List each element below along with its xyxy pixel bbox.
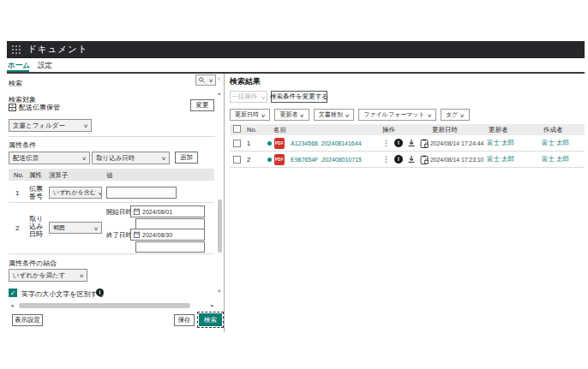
cond-row-attr: 伝票番号	[29, 185, 43, 200]
scope-dropdown[interactable]: 文書とフォルダー ∨	[9, 119, 92, 132]
calendar-icon	[134, 208, 140, 215]
clipboard-lock-icon[interactable]	[420, 155, 429, 164]
attribute-category-dropdown[interactable]: 配送伝票 ∨	[9, 152, 90, 164]
row-checkbox[interactable]	[233, 140, 241, 147]
row-actions: ⋮ i	[381, 139, 430, 148]
tab-home-active-underline	[7, 70, 29, 72]
scroll-right-icon[interactable]: ►	[210, 303, 215, 309]
operator-dropdown[interactable]: いずれかを含む ∨	[49, 187, 102, 199]
search-section-label: 検索	[9, 79, 22, 88]
vertical-scrollbar-thumb[interactable]	[218, 199, 222, 253]
filter-chip-fileformat[interactable]: ファイルフォーマット∨	[358, 109, 436, 121]
col-no: No.	[14, 171, 24, 179]
end-date-input[interactable]: 2024/08/30	[130, 229, 205, 241]
modify-search-button[interactable]: 検索条件を変更する	[271, 91, 327, 103]
col-name: 名前	[266, 126, 381, 134]
scroll-left-icon[interactable]: ◄	[9, 303, 15, 309]
download-icon[interactable]	[407, 139, 416, 147]
operator-dropdown[interactable]: 範囲 ∨	[49, 222, 102, 234]
calendar-icon	[134, 231, 140, 238]
chevron-down-icon: ∨	[427, 112, 432, 118]
change-target-button[interactable]: 変更	[190, 99, 214, 111]
display-settings-button[interactable]: 表示設定	[12, 314, 43, 326]
filter-chip-updater[interactable]: 更新者∨	[274, 109, 309, 121]
updater-link[interactable]: 富士 太郎	[487, 139, 542, 147]
creator-link[interactable]: 富士 太郎	[542, 139, 585, 147]
filter-chip-updated[interactable]: 更新日時∨	[230, 109, 270, 121]
row-no: 1	[243, 140, 266, 147]
bulk-actions-button: 一括操作∨	[230, 91, 267, 103]
col-updated: 更新日時	[430, 126, 487, 134]
download-icon[interactable]	[407, 155, 416, 164]
join-conditions-dropdown[interactable]: いずれかを満たす ∨	[9, 269, 87, 282]
updater-link[interactable]: 富士 太郎	[487, 155, 542, 164]
col-updater: 更新者	[487, 126, 542, 134]
scroll-down-icon[interactable]: ▼	[217, 289, 221, 295]
quick-search-box[interactable]: ∨	[195, 74, 216, 86]
filter-chip-doctype[interactable]: 文書種別∨	[314, 109, 354, 121]
row-checkbox[interactable]	[233, 156, 241, 164]
app-window: ドキュメント ホーム 設定 検索 ∨ ‹ 検索対象 配送伝票保管 変更 文書とフ…	[7, 41, 585, 332]
chevron-down-icon: ∨	[345, 112, 350, 118]
info-icon[interactable]: i	[96, 289, 104, 296]
chevron-down-icon: ∨	[161, 155, 166, 161]
chevron-down-icon: ∨	[83, 122, 88, 128]
filter-chip-tag[interactable]: タグ∨	[441, 109, 470, 121]
document-link[interactable]: A1234568_202408141644	[288, 140, 381, 146]
col-ops: 操作	[381, 126, 430, 134]
start-date-input[interactable]: 2024/08/01	[130, 205, 205, 217]
chevron-down-icon: ∨	[460, 112, 465, 118]
result-row: 2 PDF E987654F_202408010715 ⋮ i 2024/08/…	[230, 152, 585, 168]
case-sensitive-label: 英字の大小文字を区別する	[21, 289, 105, 299]
select-all-checkbox[interactable]	[233, 125, 241, 133]
col-no: No.	[243, 126, 266, 134]
clipboard-lock-icon[interactable]	[420, 139, 429, 148]
info-icon[interactable]: i	[394, 155, 403, 164]
col-attr: 属性	[29, 171, 42, 180]
app-title: ドキュメント	[27, 44, 87, 56]
chevron-down-icon: ∨	[98, 190, 102, 196]
chevron-down-icon: ∨	[208, 77, 213, 83]
section-divider	[9, 136, 215, 137]
status-dot	[267, 141, 272, 146]
results-table-header: No. 名前 操作 更新日時 更新者 作成者	[230, 124, 585, 135]
add-condition-button[interactable]: 追加	[175, 152, 198, 164]
status-dot	[267, 158, 272, 162]
kebab-menu-icon[interactable]: ⋮	[382, 140, 390, 147]
condition-value-input[interactable]	[106, 187, 177, 199]
document-link[interactable]: E987654F_202408010715	[288, 157, 381, 163]
scroll-up-icon[interactable]: ▲	[217, 91, 221, 97]
attribute-conditions-label: 属性条件	[9, 140, 36, 150]
tab-settings[interactable]: 設定	[38, 61, 52, 71]
storage-icon	[9, 104, 16, 111]
col-creator: 作成者	[542, 126, 585, 134]
collapse-left-pane-icon[interactable]: ‹	[218, 74, 220, 83]
search-icon	[199, 77, 205, 83]
app-grid-icon[interactable]	[12, 45, 21, 54]
end-datetime-label: 終了日時	[106, 231, 132, 240]
row-divider	[9, 202, 214, 203]
cond-row-no: 2	[15, 224, 19, 232]
app-header: ドキュメント	[7, 41, 585, 58]
start-datetime-label: 開始日時	[106, 208, 132, 217]
panel-divider[interactable]	[224, 74, 225, 332]
pdf-icon: PDF	[274, 154, 285, 165]
creator-link[interactable]: 富士 太郎	[542, 155, 585, 164]
tab-bar: ホーム 設定	[7, 58, 585, 74]
pdf-icon: PDF	[274, 138, 285, 149]
updated-at: 2024/08/14 17:23:10	[430, 157, 487, 163]
chevron-down-icon: ∨	[261, 94, 266, 100]
row-actions: ⋮ i	[381, 155, 430, 164]
search-button[interactable]: 検索	[199, 313, 222, 326]
chevron-down-icon: ∨	[93, 225, 99, 231]
join-conditions-label: 属性条件の結合	[9, 259, 57, 268]
chevron-down-icon: ∨	[79, 272, 84, 278]
updated-at: 2024/08/14 17:24:44	[430, 140, 487, 146]
horizontal-scrollbar-thumb[interactable]	[19, 303, 190, 308]
info-icon[interactable]: i	[394, 139, 403, 147]
attribute-field-dropdown[interactable]: 取り込み日時 ∨	[92, 152, 170, 164]
end-time-input[interactable]	[135, 241, 205, 253]
save-button[interactable]: 保存	[174, 314, 195, 326]
kebab-menu-icon[interactable]: ⋮	[382, 156, 390, 164]
case-sensitive-checkbox[interactable]: ✓	[9, 289, 17, 297]
